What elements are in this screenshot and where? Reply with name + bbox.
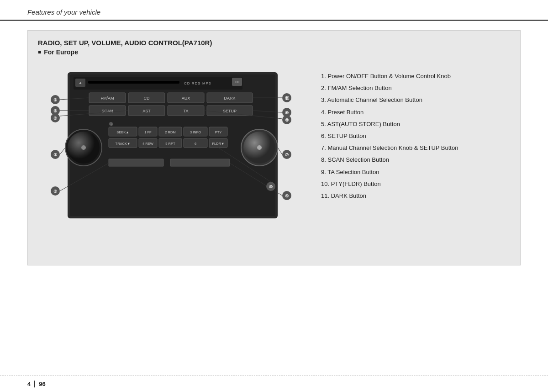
feature-item-2: 2. FM/AM Selection Button	[321, 84, 510, 92]
svg-text:①: ①	[53, 153, 57, 157]
svg-text:⑩: ⑩	[269, 185, 273, 189]
features-list: 1. Power ON/OFF Button & Volume Control …	[321, 63, 510, 204]
feature-num: 8.	[321, 156, 327, 163]
feature-num: 7.	[321, 144, 327, 151]
feature-num: 3.	[321, 96, 327, 103]
feature-num: 10.	[321, 180, 331, 187]
page-num-right: 96	[35, 381, 45, 387]
svg-rect-5	[88, 81, 179, 84]
svg-rect-52	[170, 159, 230, 166]
svg-point-27	[81, 145, 86, 150]
svg-text:2 RDM: 2 RDM	[165, 130, 175, 134]
svg-point-30	[257, 145, 262, 150]
svg-text:CD: CD	[235, 80, 239, 84]
svg-text:CD RDS  MP3: CD RDS MP3	[184, 81, 211, 85]
feature-num: 2.	[321, 85, 327, 91]
svg-line-76	[278, 148, 282, 154]
svg-text:④: ④	[285, 194, 289, 198]
svg-text:⑪: ⑪	[285, 96, 290, 101]
svg-text:⑧: ⑧	[53, 109, 57, 113]
svg-rect-51	[109, 159, 163, 166]
svg-text:AUX: AUX	[182, 96, 190, 101]
feature-num: 11.	[321, 192, 331, 199]
svg-text:CD: CD	[144, 96, 150, 101]
feature-item-10: 10. PTY(FLDR) Button	[321, 180, 510, 188]
svg-text:DARK: DARK	[224, 96, 235, 101]
svg-text:5 RPT: 5 RPT	[165, 142, 175, 146]
svg-line-58	[60, 148, 65, 154]
feature-text: FM/AM Selection Button	[327, 85, 391, 91]
section-title: RADIO, SET UP, VOLUME, AUDIO CONTROL(PA7…	[38, 39, 510, 47]
svg-text:FM/AM: FM/AM	[101, 96, 114, 101]
header-title: Features of your vehicle	[27, 8, 100, 16]
feature-item-7: 7. Manual Channel Selection Knob & SETUP…	[321, 144, 510, 152]
svg-text:①: ①	[111, 123, 113, 126]
feature-num: 5.	[321, 121, 327, 127]
svg-text:4 REW: 4 REW	[142, 142, 154, 146]
feature-num: 9.	[321, 169, 327, 175]
feature-text: Power ON/OFF Button & Volume Control Kno…	[327, 73, 451, 79]
feature-num: 1.	[321, 73, 327, 79]
feature-text: TA Selection Button	[327, 169, 379, 175]
feature-item-6: 6. SETUP Button	[321, 132, 510, 140]
svg-text:⑥: ⑥	[285, 111, 289, 115]
svg-text:⑨: ⑨	[285, 118, 289, 122]
svg-text:1 FF: 1 FF	[144, 130, 152, 134]
svg-text:FLDR▼: FLDR▼	[212, 142, 224, 146]
svg-text:②: ②	[53, 98, 57, 102]
feature-text: Manual Channel Selection Knob & SETUP Bu…	[327, 144, 458, 151]
feature-text: DARK Button	[331, 192, 366, 199]
page-num-left: 4	[27, 381, 35, 387]
feature-text: Preset Button	[327, 109, 364, 116]
main-content: RADIO, SET UP, VOLUME, AUDIO CONTROL(PA7…	[0, 21, 548, 275]
svg-text:6: 6	[195, 142, 196, 146]
svg-text:▲: ▲	[79, 80, 83, 85]
feature-item-5: 5. AST(AUTO STORE) Button	[321, 120, 510, 128]
page-header: Features of your vehicle	[0, 0, 548, 21]
svg-text:⑦: ⑦	[285, 153, 289, 157]
feature-item-4: 4. Preset Button	[321, 108, 510, 117]
feature-item-8: 8. SCAN Selection Button	[321, 156, 510, 164]
section-subtitle: For Europe	[38, 48, 510, 56]
feature-text: SETUP Button	[327, 132, 366, 139]
feature-text: Automatic Channel Selection Button	[327, 96, 422, 103]
svg-text:3 INFO: 3 INFO	[190, 130, 201, 134]
feature-text: SCAN Selection Button	[327, 156, 389, 163]
page-footer: 4 96	[0, 376, 548, 392]
feature-text: AST(AUTO STORE) Button	[327, 121, 400, 127]
svg-text:TRACK▼: TRACK▼	[116, 142, 131, 146]
svg-text:⑤: ⑤	[53, 116, 57, 121]
feature-item-9: 9. TA Selection Button	[321, 168, 510, 176]
svg-text:AST: AST	[142, 109, 151, 113]
radio-diagram: ▲ CD RDS MP3 CD FM/AM CD AUX	[38, 63, 307, 255]
feature-item-1: 1. Power ON/OFF Button & Volume Control …	[321, 72, 510, 80]
feature-num: 6.	[321, 132, 327, 139]
feature-text: PTY(FLDR) Button	[331, 180, 381, 187]
svg-text:TA: TA	[184, 109, 189, 113]
svg-text:SEEK▲: SEEK▲	[116, 130, 129, 134]
feature-num: 4.	[321, 109, 327, 116]
content-box: RADIO, SET UP, VOLUME, AUDIO CONTROL(PA7…	[27, 30, 521, 265]
inner-layout: ▲ CD RDS MP3 CD FM/AM CD AUX	[38, 63, 510, 255]
svg-text:PTY: PTY	[215, 130, 222, 134]
feature-item-11: 11. DARK Button	[321, 192, 510, 200]
page-number: 4 96	[27, 381, 46, 387]
svg-text:③: ③	[53, 189, 57, 194]
feature-item-3: 3. Automatic Channel Selection Button	[321, 96, 510, 104]
